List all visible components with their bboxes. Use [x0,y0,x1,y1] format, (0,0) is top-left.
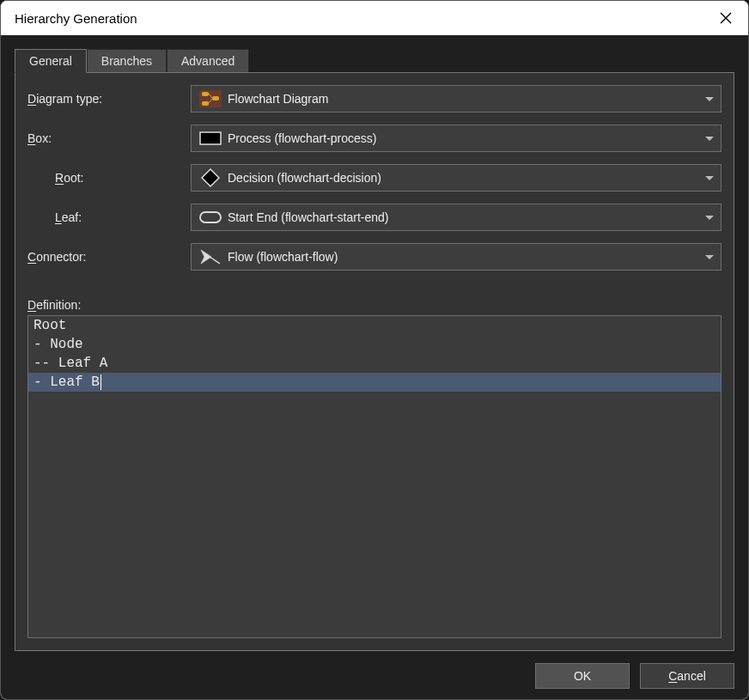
dialog-content: General Branches Advanced Diagram type: [1,35,748,699]
dropdown-connector-value: Flow (flowchart-flow) [228,250,698,264]
label-box: Box: [27,131,191,145]
tabs: General Branches Advanced [15,49,734,73]
svg-rect-8 [200,132,221,144]
chevron-down-icon [705,216,714,220]
chevron-down-icon [705,176,714,180]
row-root: Root: Decision (flowchart-decision) [27,164,722,192]
dropdown-root[interactable]: Decision (flowchart-decision) [191,164,722,192]
dropdown-connector[interactable]: Flow (flowchart-flow) [191,243,722,271]
window-title: Hierarchy Generation [15,11,137,26]
definition-textarea[interactable]: Root- Node-- Leaf A- Leaf B [27,315,722,638]
svg-rect-5 [212,96,219,100]
row-box: Box: Process (flowchart-process) [27,125,722,152]
row-diagram-type: Diagram type: Flowchart Diagram [27,85,722,113]
tab-panel-general: Diagram type: Flowchart Diagram [15,72,734,651]
start-end-pill-icon [198,208,222,227]
svg-marker-9 [202,169,219,186]
decision-diamond-icon [198,168,222,187]
flowchart-diagram-icon [198,89,222,108]
close-icon [720,12,732,24]
dropdown-box-value: Process (flowchart-process) [228,131,698,145]
dropdown-diagram-type[interactable]: Flowchart Diagram [191,85,722,113]
dropdown-diagram-type-value: Flowchart Diagram [228,92,698,106]
definition-line[interactable]: Root [28,316,721,335]
chevron-down-icon [705,137,714,141]
dropdown-box[interactable]: Process (flowchart-process) [191,125,722,152]
tab-general[interactable]: General [15,49,87,73]
process-rect-icon [198,129,222,148]
cancel-button[interactable]: Cancel [640,663,734,689]
chevron-down-icon [705,255,714,259]
text-caret [100,374,101,390]
dialog-window: Hierarchy Generation General Branches Ad… [0,0,749,700]
button-row: OK Cancel [15,651,734,689]
svg-rect-10 [200,212,221,222]
flow-arrow-icon [198,247,222,266]
row-connector: Connector: Flow (flowchart-flow) [27,243,722,271]
label-leaf: Leaf: [27,210,191,224]
definition-line[interactable]: - Leaf B [28,373,721,392]
ok-button[interactable]: OK [535,663,630,689]
close-button[interactable] [714,6,738,30]
tab-advanced[interactable]: Advanced [167,49,249,73]
tab-branches[interactable]: Branches [87,49,167,73]
chevron-down-icon [705,97,714,101]
svg-rect-4 [202,101,209,106]
label-diagram-type: Diagram type: [27,92,191,106]
svg-line-12 [210,257,220,264]
dropdown-root-value: Decision (flowchart-decision) [228,171,698,185]
definition-line[interactable]: -- Leaf A [28,354,721,373]
definition-line[interactable]: - Node [28,335,721,354]
label-connector: Connector: [27,250,191,264]
label-root: Root: [27,171,191,185]
label-definition: Definition: [27,298,722,312]
svg-rect-3 [202,92,209,96]
row-leaf: Leaf: Start End (flowchart-start-end) [27,204,722,231]
titlebar: Hierarchy Generation [1,1,748,35]
dropdown-leaf[interactable]: Start End (flowchart-start-end) [191,204,722,231]
dropdown-leaf-value: Start End (flowchart-start-end) [228,210,698,224]
